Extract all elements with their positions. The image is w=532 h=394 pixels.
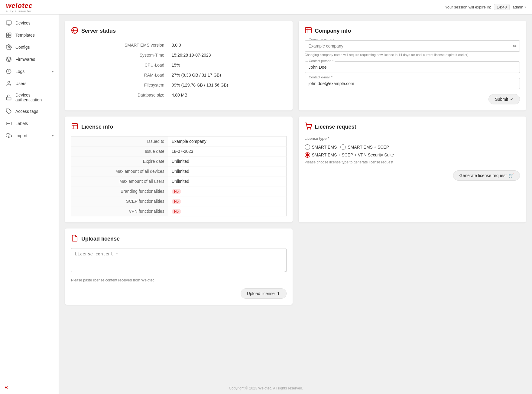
- contact-email-input[interactable]: [305, 78, 520, 89]
- contact-person-group: Contact person *: [305, 61, 520, 73]
- license-table: Issued toExample companyIssue date18-07-…: [71, 136, 287, 216]
- radio-smart-ems-scep-label: SMART EMS + SCEP: [348, 145, 389, 149]
- table-row: SMART EMS version3.0.0: [71, 40, 287, 50]
- table-row: Max amount of all devicesUnlimited: [71, 166, 287, 176]
- firmwares-icon: [6, 56, 12, 62]
- radio-smart-ems-scep[interactable]: [340, 144, 346, 150]
- sidebar-item-labels[interactable]: Labels: [0, 117, 59, 130]
- license-label: SCEP functionalities: [71, 196, 168, 206]
- license-content-textarea[interactable]: [71, 248, 287, 272]
- logo-text: welotec: [6, 2, 33, 10]
- license-value: No: [168, 186, 286, 196]
- cart-icon: 🛒: [508, 173, 514, 178]
- svg-rect-19: [72, 123, 77, 129]
- session-label: Your session will expire in:: [445, 5, 491, 9]
- svg-rect-6: [9, 35, 11, 38]
- license-value: Unlimited: [168, 166, 286, 176]
- generate-license-label: Generate license request: [459, 173, 507, 178]
- radio-smart-ems[interactable]: [305, 144, 310, 150]
- sidebar-item-logs[interactable]: Logs ▾: [0, 65, 59, 77]
- sidebar-item-users[interactable]: Users: [0, 77, 59, 90]
- table-row: CPU-Load15%: [71, 60, 287, 70]
- sidebar-label-devices: Devices: [15, 21, 54, 25]
- table-row: Filesystem99% (129.78 GB / 131.56 GB): [71, 80, 287, 90]
- admin-label: admin: [513, 5, 523, 9]
- license-label: Issue date: [71, 146, 168, 156]
- upload-hint: Please paste license content received fr…: [71, 278, 287, 282]
- upload-license-label: Upload license: [247, 291, 275, 296]
- contact-person-input[interactable]: [305, 61, 520, 73]
- svg-rect-5: [7, 35, 9, 38]
- status-label: Filesystem: [71, 80, 168, 90]
- sidebar: Devices Templates Configs Firmwares Logs: [0, 15, 59, 394]
- upload-license-title: Upload license: [71, 235, 287, 243]
- chevron-down-icon: ▾: [524, 5, 526, 9]
- license-value: 18-07-2023: [168, 146, 286, 156]
- svg-rect-4: [9, 33, 11, 35]
- access-tags-icon: [6, 108, 12, 114]
- license-type-options: SMART EMS SMART EMS + SCEP: [305, 144, 520, 150]
- company-name-input[interactable]: [305, 40, 520, 52]
- license-value: No: [168, 196, 286, 206]
- table-row: Max amount of all usersUnlimited: [71, 176, 287, 186]
- radio-option-smart-ems-scep[interactable]: SMART EMS + SCEP: [340, 144, 389, 150]
- sidebar-label-logs: Logs: [15, 69, 48, 74]
- radio-option-smart-ems-scep-vpn[interactable]: SMART EMS + SCEP + VPN Security Suite: [305, 152, 394, 158]
- license-info-card: License info Issued toExample companyIss…: [65, 117, 293, 222]
- radio-option-smart-ems[interactable]: SMART EMS: [305, 144, 337, 150]
- submit-button[interactable]: Submit ✓: [488, 94, 520, 104]
- logo: welotec a byte smarter: [6, 2, 33, 13]
- license-request-heading: License request: [315, 124, 356, 130]
- svg-rect-10: [7, 97, 11, 100]
- status-value: 15:26:28 19-07-2023: [168, 50, 287, 60]
- edit-icon: ✏: [513, 43, 517, 49]
- svg-point-7: [8, 47, 10, 48]
- radio-smart-ems-scep-vpn[interactable]: [305, 152, 310, 158]
- upload-icon: ⬆: [277, 291, 280, 296]
- license-type-label: License type *: [305, 136, 520, 141]
- main-content: Server status SMART EMS version3.0.0Syst…: [59, 15, 532, 383]
- sidebar-item-import[interactable]: Import ▾: [0, 130, 59, 142]
- contact-email-label: Contact e-mail *: [308, 75, 334, 79]
- status-label: CPU-Load: [71, 60, 168, 70]
- upload-license-button[interactable]: Upload license ⬆: [241, 288, 287, 299]
- table-row: SCEP functionalitiesNo: [71, 196, 287, 206]
- app-body: Devices Templates Configs Firmwares Logs: [0, 15, 532, 383]
- license-content-group: [71, 248, 287, 273]
- license-label: Max amount of all devices: [71, 166, 168, 176]
- sidebar-item-firmwares[interactable]: Firmwares: [0, 53, 59, 65]
- check-icon: ✓: [510, 97, 514, 102]
- upload-license-icon: [71, 235, 78, 243]
- license-value: Unlimited: [168, 176, 286, 186]
- devices-auth-icon: [6, 94, 12, 100]
- sidebar-item-templates[interactable]: Templates: [0, 29, 59, 41]
- status-value: 15%: [168, 60, 287, 70]
- license-request-icon: [305, 123, 312, 131]
- status-label: RAM-Load: [71, 70, 168, 80]
- table-row: Expire dateUnlimited: [71, 156, 287, 166]
- generate-license-button[interactable]: Generate license request 🛒: [453, 170, 520, 181]
- sidebar-item-access-tags[interactable]: Access tags: [0, 105, 59, 117]
- svg-point-9: [8, 81, 10, 84]
- sidebar-label-configs: Configs: [15, 45, 54, 50]
- status-value: 27% (8.33 GB / 31.17 GB): [168, 70, 287, 80]
- sidebar-item-configs[interactable]: Configs: [0, 41, 59, 53]
- sidebar-collapse-button[interactable]: «: [0, 380, 59, 394]
- logs-expand-icon: ▾: [52, 70, 54, 74]
- license-label: Issued to: [71, 136, 168, 146]
- sidebar-item-devices[interactable]: Devices: [0, 17, 59, 29]
- license-type-options-row2: SMART EMS + SCEP + VPN Security Suite: [305, 152, 520, 158]
- svg-rect-16: [305, 28, 311, 33]
- company-info-card: Company info Company name * ✏ Changing c…: [299, 21, 526, 110]
- table-row: System-Time15:26:28 19-07-2023: [71, 50, 287, 60]
- status-value: 4.80 MB: [168, 90, 287, 100]
- svg-rect-3: [7, 33, 9, 35]
- server-status-icon: [71, 27, 78, 35]
- status-value: 3.0.0: [168, 40, 287, 50]
- admin-menu[interactable]: admin ▾: [513, 5, 526, 9]
- license-label: VPN functionalities: [71, 206, 168, 216]
- company-info-icon: [305, 27, 312, 35]
- devices-icon: [6, 20, 12, 26]
- sidebar-item-devices-auth[interactable]: Devices authentication: [0, 90, 59, 105]
- submit-label: Submit: [495, 97, 508, 102]
